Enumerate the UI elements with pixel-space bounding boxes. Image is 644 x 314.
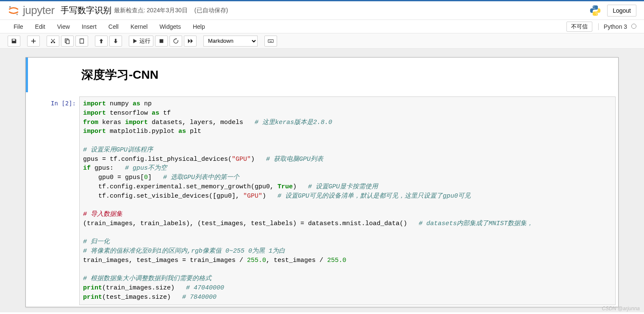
- interrupt-button[interactable]: [155, 36, 168, 47]
- python-icon: [589, 5, 601, 17]
- arrow-up-icon: [98, 38, 104, 44]
- logout-button[interactable]: Logout: [607, 5, 636, 17]
- notebook-area[interactable]: 深度学习-CNN In [2]: import numpy as np impo…: [0, 49, 644, 312]
- fast-forward-icon: [187, 38, 193, 44]
- logo-text: jupyter: [23, 4, 55, 17]
- logo[interactable]: jupyter: [8, 4, 55, 17]
- menu-insert[interactable]: Insert: [76, 21, 103, 33]
- run-button[interactable]: 运行: [129, 36, 153, 47]
- autosave-text: (已自动保存): [194, 7, 228, 14]
- svg-point-8: [269, 40, 269, 41]
- markdown-heading: 深度学习-CNN: [81, 67, 158, 83]
- cell-type-select[interactable]: Markdown Code Raw NBConvert Heading: [203, 36, 258, 47]
- svg-point-10: [271, 40, 272, 41]
- menu-file[interactable]: File: [8, 21, 29, 33]
- markdown-cell[interactable]: 深度学习-CNN: [26, 58, 618, 92]
- move-up-button[interactable]: [95, 36, 108, 47]
- menu-cell[interactable]: Cell: [103, 21, 125, 33]
- code-cell[interactable]: In [2]: import numpy as np import tensor…: [26, 95, 618, 307]
- trust-indicator[interactable]: 不可信: [566, 22, 592, 32]
- restart-icon: [173, 38, 179, 44]
- move-down-button[interactable]: [109, 36, 122, 47]
- copy-button[interactable]: [61, 36, 74, 47]
- svg-rect-5: [81, 38, 83, 39]
- menu-help[interactable]: Help: [187, 21, 211, 33]
- checkpoint-text: 最新检查点: 2024年3月30日: [114, 7, 188, 14]
- notebook: 深度学习-CNN In [2]: import numpy as np impo…: [25, 57, 619, 307]
- keyboard-icon: [268, 38, 274, 44]
- restart-button[interactable]: [169, 36, 182, 47]
- menu-kernel[interactable]: Kernel: [125, 21, 153, 33]
- toolbar: 运行 Markdown Code Raw NBConvert Heading: [0, 33, 644, 49]
- play-icon: [132, 38, 138, 44]
- stop-icon: [158, 38, 164, 44]
- paste-button[interactable]: [75, 36, 88, 47]
- svg-point-0: [9, 6, 11, 8]
- svg-rect-4: [80, 39, 84, 43]
- svg-rect-3: [66, 40, 69, 44]
- add-cell-button[interactable]: [27, 36, 40, 47]
- svg-point-9: [270, 40, 271, 41]
- menu-widgets[interactable]: Widgets: [153, 21, 187, 33]
- save-icon: [11, 38, 17, 44]
- scissors-icon: [50, 38, 56, 44]
- menu-edit[interactable]: Edit: [29, 21, 51, 33]
- save-button[interactable]: [8, 36, 20, 47]
- copy-icon: [64, 38, 70, 44]
- header: jupyter 手写数字识别 最新检查点: 2024年3月30日 (已自动保存)…: [0, 1, 644, 20]
- paste-icon: [79, 38, 85, 44]
- svg-point-1: [17, 14, 18, 15]
- arrow-down-icon: [113, 38, 119, 44]
- svg-rect-6: [160, 39, 164, 43]
- kernel-name[interactable]: Python 3: [598, 23, 636, 30]
- svg-rect-7: [268, 39, 273, 42]
- code-prompt: In [2]:: [28, 96, 79, 305]
- kernel-status-icon: [631, 24, 636, 29]
- svg-rect-11: [269, 41, 272, 41]
- plus-icon: [31, 38, 36, 44]
- menubar: File Edit View Insert Cell Kernel Widget…: [0, 20, 644, 33]
- notebook-title[interactable]: 手写数字识别: [61, 5, 111, 16]
- menu-view[interactable]: View: [51, 21, 76, 33]
- command-palette-button[interactable]: [264, 36, 277, 47]
- jupyter-icon: [8, 5, 19, 17]
- code-body[interactable]: import numpy as np import tensorflow as …: [79, 96, 616, 305]
- cut-button[interactable]: [47, 36, 59, 47]
- watermark: CSDN @arjunna: [602, 306, 640, 311]
- restart-run-all-button[interactable]: [184, 36, 197, 47]
